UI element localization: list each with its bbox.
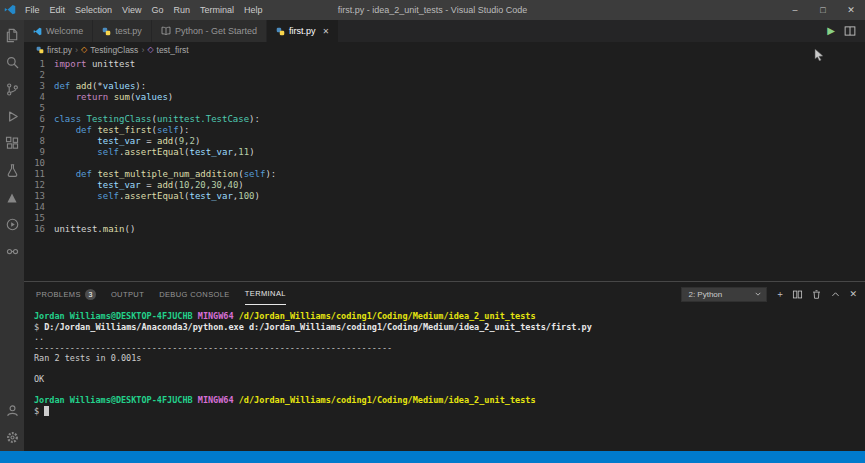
- status-bar: [0, 451, 865, 463]
- line-number: 5: [24, 103, 54, 114]
- close-panel-icon[interactable]: ✕: [849, 290, 857, 299]
- terminal-line: Ran 2 tests in 0.001s: [34, 353, 865, 364]
- code-editor[interactable]: 1import unittest23def add(*values):4 ret…: [24, 57, 865, 281]
- menu-item-file[interactable]: File: [20, 0, 45, 20]
- tab-test-py[interactable]: test.py: [93, 20, 152, 42]
- terminal-line: OK: [34, 374, 865, 385]
- extension-misc-icon[interactable]: [0, 238, 24, 265]
- breadcrumb-item-class[interactable]: ◇ TestingClass: [81, 45, 138, 55]
- terminal-line: Jordan Williams@DESKTOP-4FJUCHB MINGW64 …: [34, 311, 865, 322]
- run-and-debug-icon[interactable]: [0, 103, 24, 130]
- panel-header: PROBLEMS 3 OUTPUT DEBUG CONSOLE TERMINAL…: [24, 282, 865, 306]
- line-number: 3: [24, 81, 54, 92]
- line-number: 2: [24, 70, 54, 81]
- menu-bar: File Edit Selection View Go Run Terminal…: [20, 0, 267, 20]
- terminal-picker-dropdown[interactable]: 2: Python: [681, 287, 767, 302]
- line-number: 13: [24, 191, 54, 202]
- tab-python-get-started[interactable]: Python - Get Started: [152, 20, 267, 42]
- line-number: 10: [24, 158, 54, 169]
- editor-actions: ▶: [818, 20, 865, 42]
- code-line: 9 self.assertEqual(test_var,11): [24, 147, 865, 158]
- breadcrumb: first.py › ◇ TestingClass › ◇ test_first: [24, 42, 865, 57]
- menu-item-help[interactable]: Help: [239, 0, 268, 20]
- menu-item-run[interactable]: Run: [168, 0, 195, 20]
- code-line: 14: [24, 202, 865, 213]
- breadcrumb-item-file[interactable]: first.py: [36, 45, 72, 55]
- close-button[interactable]: ✕: [837, 0, 865, 20]
- editor-tab-bar: Welcome test.py Python - Get Started fir…: [24, 20, 865, 42]
- minimize-button[interactable]: –: [781, 0, 809, 20]
- menu-item-selection[interactable]: Selection: [70, 0, 117, 20]
- breadcrumb-label: test_first: [157, 45, 189, 55]
- extension-triangle-icon[interactable]: [0, 184, 24, 211]
- terminal-line: ----------------------------------------…: [34, 343, 865, 354]
- code-line: 4 return sum(values): [24, 92, 865, 103]
- line-number: 1: [24, 59, 54, 70]
- menu-item-edit[interactable]: Edit: [45, 0, 71, 20]
- tab-close-icon[interactable]: ✕: [322, 27, 329, 36]
- window-controls: – □ ✕: [781, 0, 865, 20]
- maximize-button[interactable]: □: [809, 0, 837, 20]
- breadcrumb-item-method[interactable]: ◇ test_first: [147, 45, 188, 55]
- tab-welcome[interactable]: Welcome: [24, 20, 93, 42]
- vscode-icon: [33, 27, 42, 36]
- symbol-class-icon: ◇: [81, 45, 87, 54]
- breadcrumb-label: TestingClass: [90, 45, 138, 55]
- vscode-logo-icon: [0, 4, 20, 16]
- panel-tab-problems[interactable]: PROBLEMS 3: [36, 283, 96, 305]
- terminal-line: $ D:/Jordan_Williams/Anaconda3/python.ex…: [34, 322, 865, 333]
- search-icon[interactable]: [0, 49, 24, 76]
- title-bar: File Edit Selection View Go Run Terminal…: [0, 0, 865, 20]
- code-runner-icon[interactable]: [0, 211, 24, 238]
- panel-tab-output[interactable]: OUTPUT: [111, 283, 144, 305]
- vscode-window: File Edit Selection View Go Run Terminal…: [0, 0, 865, 463]
- menu-item-view[interactable]: View: [117, 0, 146, 20]
- code-line: 3def add(*values):: [24, 81, 865, 92]
- testing-beaker-icon[interactable]: [0, 157, 24, 184]
- maximize-panel-chevron-up-icon[interactable]: [830, 289, 841, 300]
- python-file-icon: [36, 46, 44, 54]
- extensions-icon[interactable]: [0, 130, 24, 157]
- run-python-file-button[interactable]: ▶: [827, 26, 835, 36]
- problems-count-badge: 3: [85, 289, 96, 300]
- terminal-picker-value: 2: Python: [688, 290, 722, 299]
- terminal[interactable]: Jordan Williams@DESKTOP-4FJUCHB MINGW64 …: [24, 306, 865, 451]
- new-terminal-icon[interactable]: ＋: [775, 290, 784, 299]
- explorer-icon[interactable]: [0, 22, 24, 49]
- menu-item-go[interactable]: Go: [146, 0, 168, 20]
- split-editor-icon[interactable]: [844, 25, 856, 37]
- breadcrumb-label: first.py: [47, 45, 72, 55]
- source-control-icon[interactable]: [0, 76, 24, 103]
- split-terminal-icon[interactable]: [792, 289, 803, 300]
- chevron-down-icon: [754, 290, 762, 298]
- menu-item-terminal[interactable]: Terminal: [195, 0, 239, 20]
- line-number: 9: [24, 147, 54, 158]
- account-icon[interactable]: [0, 397, 24, 424]
- line-number: 8: [24, 136, 54, 147]
- line-number: 6: [24, 114, 54, 125]
- code-line: 8 test_var = add(9,2): [24, 136, 865, 147]
- terminal-line: [34, 364, 865, 375]
- terminal-line: [34, 385, 865, 396]
- panel-controls: 2: Python ＋ ✕: [681, 287, 857, 302]
- panel-tab-debug-console[interactable]: DEBUG CONSOLE: [159, 283, 230, 305]
- tab-label: test.py: [115, 26, 142, 36]
- bottom-panel: PROBLEMS 3 OUTPUT DEBUG CONSOLE TERMINAL…: [24, 281, 865, 451]
- code-line: 1import unittest: [24, 59, 865, 70]
- line-number: 7: [24, 125, 54, 136]
- panel-tabs: PROBLEMS 3 OUTPUT DEBUG CONSOLE TERMINAL: [36, 283, 286, 305]
- line-number: 12: [24, 180, 54, 191]
- tab-label: Welcome: [46, 26, 83, 36]
- panel-tab-terminal[interactable]: TERMINAL: [245, 283, 286, 305]
- kill-terminal-trash-icon[interactable]: [811, 289, 822, 300]
- symbol-method-icon: ◇: [147, 45, 153, 54]
- code-line: 13 self.assertEqual(test_var,100): [24, 191, 865, 202]
- code-line: 2: [24, 70, 865, 81]
- code-line: 12 test_var = add(10,20,30,40): [24, 180, 865, 191]
- tab-first-py[interactable]: first.py ✕: [267, 20, 339, 42]
- breadcrumb-separator: ›: [141, 45, 144, 55]
- settings-gear-icon[interactable]: [0, 424, 24, 451]
- line-number: 4: [24, 92, 54, 103]
- code-line: 6class TestingClass(unittest.TestCase):: [24, 114, 865, 125]
- line-number: 14: [24, 202, 54, 213]
